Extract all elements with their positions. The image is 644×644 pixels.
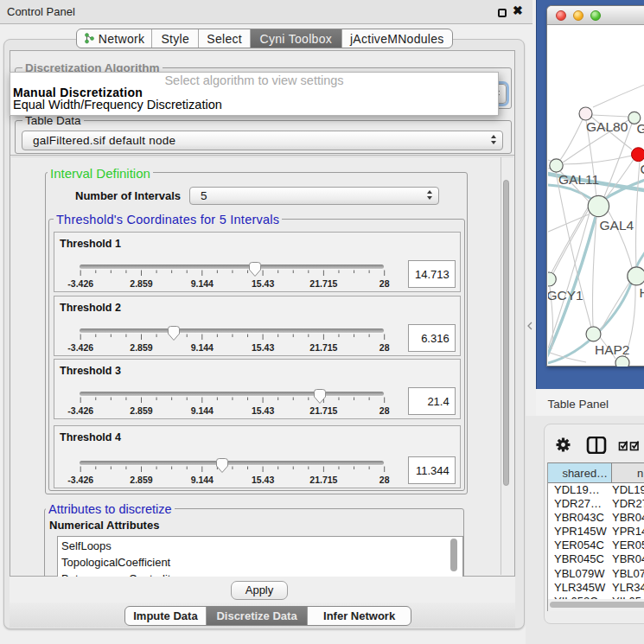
- svg-text:HA: HA: [640, 285, 644, 300]
- svg-text:GAL11: GAL11: [558, 172, 599, 187]
- svg-text:CD: CD: [641, 162, 644, 176]
- svg-text:HAP2: HAP2: [595, 342, 630, 357]
- svg-text:GCY1: GCY1: [548, 288, 583, 303]
- svg-text:GAL4: GAL4: [600, 218, 634, 233]
- svg-text:GAL80: GAL80: [586, 119, 628, 134]
- svg-text:GA: GA: [637, 121, 644, 136]
